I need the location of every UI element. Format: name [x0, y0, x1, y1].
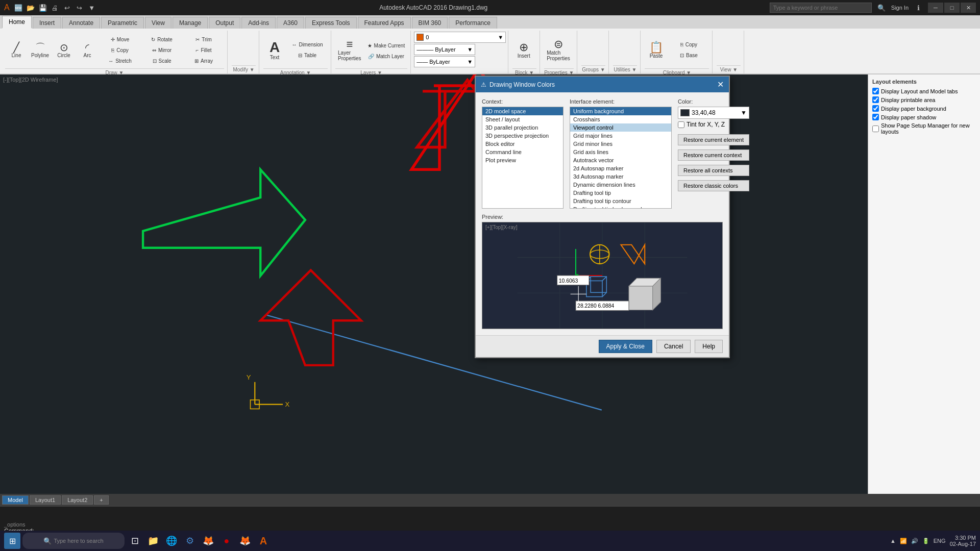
- match-properties-btn[interactable]: ⊜ MatchProperties: [544, 32, 573, 68]
- trim-btn[interactable]: ✂Trim: [183, 34, 224, 44]
- if-grid-axis[interactable]: Grid axis lines: [570, 148, 671, 156]
- lineweight-dropdown[interactable]: ——— ByLayer ▼: [414, 44, 475, 55]
- tab-insert[interactable]: Insert: [33, 17, 61, 29]
- arc-btn[interactable]: ◜ Arc: [76, 32, 99, 68]
- restore-current-element-btn[interactable]: Restore current element: [678, 134, 749, 145]
- tab-express[interactable]: Express Tools: [305, 17, 356, 29]
- tab-layout2[interactable]: Layout2: [62, 495, 93, 505]
- if-drafting-bg[interactable]: Drafting tool tip background: [570, 205, 671, 209]
- sign-in[interactable]: Sign In: [891, 5, 909, 11]
- table-btn[interactable]: ⊟Table: [287, 51, 328, 61]
- file-explorer-btn[interactable]: 📁: [145, 533, 161, 549]
- if-uniform-bg[interactable]: Uniform background: [570, 107, 671, 115]
- tab-output[interactable]: Output: [209, 17, 240, 29]
- info-btn[interactable]: ℹ: [913, 2, 924, 13]
- tab-model[interactable]: Model: [2, 495, 29, 505]
- restore-current-context-btn[interactable]: Restore current context: [678, 149, 749, 161]
- tab-performance[interactable]: Performance: [449, 17, 497, 29]
- start-btn[interactable]: ⊞: [4, 533, 20, 549]
- text-btn[interactable]: A Text: [263, 32, 286, 68]
- minimize-btn[interactable]: ─: [928, 3, 943, 13]
- color-dropdown[interactable]: 33,40,48 ▼: [678, 107, 749, 119]
- layout-elem-3-check[interactable]: [872, 105, 879, 112]
- tab-layout1[interactable]: Layout1: [30, 495, 61, 505]
- base-btn[interactable]: ⊡Base: [668, 51, 709, 61]
- tab-addins[interactable]: Add-ins: [241, 17, 276, 29]
- if-grid-major[interactable]: Grid major lines: [570, 132, 671, 140]
- paste-btn[interactable]: 📋 Paste: [645, 32, 667, 68]
- tab-home[interactable]: Home: [2, 16, 32, 29]
- context-2d-model[interactable]: 2D model space: [482, 107, 563, 115]
- if-drafting-contour[interactable]: Drafting tool tip contour: [570, 197, 671, 205]
- autocad-taskbar-btn[interactable]: A: [255, 533, 272, 549]
- layout-elem-2-check[interactable]: [872, 96, 879, 103]
- match-layer-btn[interactable]: 🔗Match Layer: [365, 52, 408, 62]
- scale-btn[interactable]: ⊡Scale: [141, 56, 182, 66]
- tab-add[interactable]: +: [94, 495, 108, 505]
- restore-classic-colors-btn[interactable]: Restore classic colors: [678, 180, 749, 191]
- context-command-line[interactable]: Command line: [482, 148, 563, 156]
- dimension-btn[interactable]: ↔Dimension: [287, 40, 328, 50]
- layout-elem-4-check[interactable]: [872, 114, 879, 120]
- if-viewport-control[interactable]: Viewport control: [570, 123, 671, 132]
- context-listbox[interactable]: 2D model space Sheet / layout 3D paralle…: [482, 107, 564, 209]
- tab-annotate[interactable]: Annotate: [62, 17, 100, 29]
- context-3d-perspective[interactable]: 3D perspective projection: [482, 132, 563, 140]
- maximize-btn[interactable]: □: [944, 3, 960, 13]
- tab-featured[interactable]: Featured Apps: [358, 17, 411, 29]
- polyline-btn[interactable]: ⌒ Polyline: [29, 32, 52, 68]
- circle-btn[interactable]: ⊙ Circle: [53, 32, 75, 68]
- interface-listbox[interactable]: Uniform background Crosshairs Viewport c…: [570, 107, 672, 209]
- search-taskbar[interactable]: 🔍 Type here to search: [22, 533, 125, 549]
- tab-a360[interactable]: A360: [277, 17, 304, 29]
- if-2d-autosnap[interactable]: 2d Autosnap marker: [570, 164, 671, 172]
- make-current-btn[interactable]: ★Make Current: [365, 41, 408, 51]
- if-autotrack[interactable]: Autotrack vector: [570, 156, 671, 164]
- context-sheet[interactable]: Sheet / layout: [482, 115, 563, 123]
- stretch-btn[interactable]: ↔Stretch: [100, 56, 140, 66]
- search-icon[interactable]: 🔍: [876, 2, 887, 13]
- task-view-btn[interactable]: ⊡: [127, 533, 143, 549]
- restore-all-contexts-btn[interactable]: Restore all contexts: [678, 165, 749, 176]
- fillet-btn[interactable]: ⌐Fillet: [183, 45, 224, 55]
- open-btn[interactable]: 📂: [25, 2, 36, 13]
- linetype-dropdown[interactable]: —— ByLayer ▼: [414, 56, 475, 67]
- if-drafting-tip[interactable]: Drafting tool tip: [570, 189, 671, 197]
- mirror-btn[interactable]: ⇔Mirror: [141, 45, 182, 55]
- line-btn[interactable]: ╱ Line: [5, 32, 28, 68]
- if-dynamic-dim[interactable]: Dynamic dimension lines: [570, 181, 671, 189]
- qa-dropdown[interactable]: ▼: [86, 2, 97, 13]
- tab-parametric[interactable]: Parametric: [101, 17, 144, 29]
- if-crosshairs[interactable]: Crosshairs: [570, 115, 671, 123]
- tint-checkbox[interactable]: [678, 121, 684, 128]
- copy-clip-btn[interactable]: ⎘Copy: [668, 40, 709, 50]
- if-grid-minor[interactable]: Grid minor lines: [570, 140, 671, 148]
- chrome-btn[interactable]: ⚙: [182, 533, 198, 549]
- layout-elem-5-check[interactable]: [872, 126, 879, 132]
- context-3d-parallel[interactable]: 3D parallel projection: [482, 123, 563, 132]
- help-btn[interactable]: Help: [695, 340, 723, 353]
- cancel-btn[interactable]: Cancel: [656, 340, 691, 353]
- edge-btn[interactable]: 🌐: [163, 533, 180, 549]
- context-plot-preview[interactable]: Plot preview: [482, 156, 563, 164]
- search-input[interactable]: [770, 3, 872, 13]
- layer-color-dropdown[interactable]: 0 ▼: [414, 32, 506, 43]
- insert-btn[interactable]: ⊕ Insert: [512, 32, 535, 68]
- undo-btn[interactable]: ↩: [62, 2, 73, 13]
- firefox2-btn[interactable]: 🦊: [237, 533, 253, 549]
- dialog-close-btn[interactable]: ✕: [717, 80, 724, 89]
- firefox-btn[interactable]: 🦊: [200, 533, 216, 549]
- tab-view[interactable]: View: [145, 17, 172, 29]
- context-block-editor[interactable]: Block editor: [482, 140, 563, 148]
- close-btn[interactable]: ✕: [961, 3, 976, 13]
- new-btn[interactable]: 🆕: [13, 2, 24, 13]
- tab-manage[interactable]: Manage: [173, 17, 208, 29]
- if-3d-autosnap[interactable]: 3d Autosnap marker: [570, 172, 671, 181]
- redo-btn[interactable]: ↪: [74, 2, 85, 13]
- array-btn[interactable]: ⊞Array: [183, 56, 224, 66]
- layout-elem-1-check[interactable]: [872, 88, 879, 94]
- tab-bim360[interactable]: BIM 360: [412, 17, 448, 29]
- save-btn[interactable]: 💾: [37, 2, 48, 13]
- opera-btn[interactable]: ●: [218, 533, 235, 549]
- rotate-btn[interactable]: ↻Rotate: [141, 34, 182, 44]
